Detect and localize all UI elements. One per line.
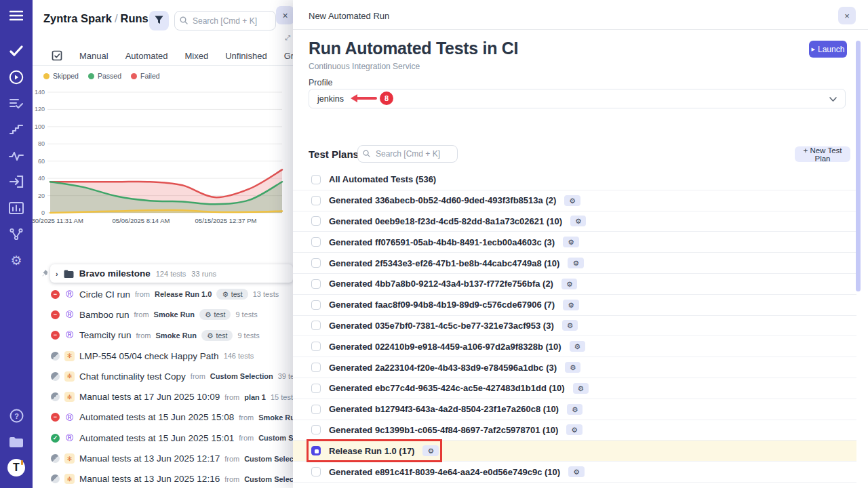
checkbox[interactable]: [311, 384, 321, 393]
plan-settings-gear-button[interactable]: ⚙: [570, 216, 586, 226]
run-title[interactable]: Manual tests at 17 Jun 2025 10:09: [79, 392, 220, 402]
run-title[interactable]: Chat functinality test Copy: [79, 371, 186, 382]
plan-settings-gear-button[interactable]: ⚙: [563, 237, 578, 247]
checkbox[interactable]: [311, 321, 321, 330]
checkbox[interactable]: [311, 216, 321, 226]
test-plan-row[interactable]: Generated faac8f09-94b8-4b19-89d9-c576cd…: [293, 295, 856, 316]
runs-list-icon[interactable]: [0, 94, 33, 114]
test-tag-badge[interactable]: ⚙test: [201, 330, 233, 341]
checkbox[interactable]: [311, 279, 321, 289]
select-runs-icon[interactable]: [52, 50, 62, 61]
gear-icon[interactable]: ⚙: [0, 250, 33, 270]
run-row[interactable]: −®Circle CI runfromRelease Run 1.0⚙test1…: [33, 284, 293, 304]
legend-passed[interactable]: Passed: [88, 72, 121, 80]
plan-settings-gear-button[interactable]: ⚙: [568, 466, 584, 477]
checkbox[interactable]: [311, 425, 321, 434]
checkbox[interactable]: [311, 237, 321, 247]
plan-settings-gear-button[interactable]: ⚙: [565, 362, 580, 373]
checkbox[interactable]: [311, 196, 321, 205]
modal-scrollbar[interactable]: [856, 41, 861, 291]
run-row[interactable]: ✻Chat functinality test CopyfromCustom S…: [33, 366, 293, 386]
test-plan-row[interactable]: Generated e891c41f-8039-4e64-aa24-e0d56e…: [293, 462, 856, 483]
pulse-icon[interactable]: [0, 146, 33, 166]
plan-settings-gear-button[interactable]: ⚙: [566, 424, 582, 435]
help-icon[interactable]: ?: [0, 405, 33, 426]
breadcrumb-section[interactable]: Runs: [120, 12, 148, 24]
tab-groups[interactable]: Groups: [284, 51, 293, 61]
tab-automated[interactable]: Automated: [125, 51, 168, 61]
plan-settings-gear-button[interactable]: ⚙: [564, 195, 580, 206]
tab-manual[interactable]: Manual: [79, 51, 108, 61]
plan-settings-gear-button[interactable]: ⚙: [567, 404, 583, 415]
run-title[interactable]: Teamcity run: [79, 330, 132, 340]
checkbox[interactable]: [311, 175, 321, 184]
menu-icon[interactable]: [0, 5, 33, 26]
expand-chevron-icon[interactable]: ›: [56, 270, 58, 278]
run-title[interactable]: Bamboo run: [79, 310, 130, 320]
test-plan-row[interactable]: Generated ebc77c4d-9635-424c-ac5e-427483…: [293, 378, 856, 399]
checkbox[interactable]: [311, 300, 321, 310]
test-plan-row[interactable]: Generated ff076591-05ab-4b4b-8491-1ecb00…: [293, 232, 856, 253]
modal-close-button[interactable]: ×: [838, 7, 856, 24]
test-plan-row[interactable]: Generated 4bb7a8b0-9212-43a4-b137-f772fe…: [293, 274, 856, 295]
run-title[interactable]: Circle CI run: [79, 289, 130, 300]
plan-settings-gear-button[interactable]: ⚙: [562, 320, 578, 331]
checkbox[interactable]: [311, 258, 321, 268]
run-title[interactable]: Manual tests at 13 Jun 2025 12:16: [79, 474, 220, 484]
milestone-row[interactable]: › Bravo milestone 124 tests 33 runs: [50, 264, 293, 283]
test-plan-row[interactable]: Generated 2a223104-f20e-4b43-83d9-e78459…: [293, 357, 856, 378]
run-title[interactable]: Automated tests at 15 Jun 2025 15:08: [79, 412, 234, 422]
run-row[interactable]: ✻LMP-554 05/04 check Happy Path146 tests: [33, 346, 293, 366]
plan-settings-gear-button[interactable]: ⚙: [568, 258, 583, 268]
import-icon[interactable]: [0, 171, 33, 192]
test-plan-row[interactable]: Generated 2f5343e3-ef26-47b1-be8b-44cabc…: [293, 253, 856, 274]
filter-button[interactable]: [149, 11, 169, 30]
tests-count: 9 tests: [237, 331, 259, 340]
test-plans-search-input[interactable]: [357, 145, 458, 163]
checkbox[interactable]: [311, 405, 321, 414]
app-logo[interactable]: T: [0, 458, 33, 478]
legend-failed[interactable]: Failed: [131, 72, 160, 80]
run-row[interactable]: ✻Manual tests at 13 Jun 2025 12:16fromCu…: [33, 469, 293, 488]
breadcrumb-project[interactable]: Zyntra Spark: [43, 12, 112, 24]
test-plan-row[interactable]: Generated 336abecb-0b52-4d60-9ded-493f3f…: [293, 190, 856, 211]
test-plan-row[interactable]: All Automated Tests (536): [293, 169, 856, 190]
tab-mixed[interactable]: Mixed: [185, 51, 209, 61]
checkbox[interactable]: [311, 342, 321, 351]
checkbox[interactable]: [311, 363, 321, 372]
plan-settings-gear-button[interactable]: ⚙: [573, 383, 589, 394]
play-circle-icon[interactable]: [0, 67, 33, 87]
run-title[interactable]: LMP-554 05/04 check Happy Path: [79, 351, 219, 361]
checkbox[interactable]: [311, 467, 321, 476]
test-plan-row[interactable]: Generated 9c1399b1-c065-4f84-8697-7af2c5…: [293, 420, 856, 441]
run-row[interactable]: ✻Manual tests at 13 Jun 2025 12:17fromCu…: [33, 448, 293, 468]
run-row[interactable]: −®Automated tests at 15 Jun 2025 15:08fr…: [33, 407, 293, 428]
run-title[interactable]: Automated tests at 15 Jun 2025 15:01: [79, 433, 234, 443]
tab-unfinished[interactable]: Unfinished: [225, 51, 267, 61]
pin-icon[interactable]: [41, 268, 49, 281]
new-test-plan-button[interactable]: + New Test Plan: [795, 146, 850, 162]
panel-close-button[interactable]: ×: [276, 6, 293, 24]
branch-icon[interactable]: [0, 224, 33, 244]
run-row[interactable]: −®Teamcity runfromSmoke Run⚙test9 tests: [33, 325, 293, 346]
check-icon[interactable]: [0, 41, 33, 61]
test-plan-row[interactable]: Generated 022410b9-e918-4459-a106-97d2a9…: [293, 336, 856, 357]
test-tag-badge[interactable]: ⚙test: [199, 309, 231, 320]
test-plan-row[interactable]: Generated 035e7bf0-7381-4c5c-be77-321e73…: [293, 316, 856, 337]
run-row[interactable]: −®Bamboo runfromSmoke Run⚙test9 tests: [33, 304, 293, 325]
runs-search-input[interactable]: [174, 11, 276, 30]
run-row[interactable]: ✻Manual tests at 17 Jun 2025 10:09frompl…: [33, 386, 293, 407]
report-chart-icon[interactable]: [0, 198, 33, 218]
test-plan-row[interactable]: Generated b12794f3-643a-4a2d-8504-23f1e7…: [293, 399, 856, 420]
plan-settings-gear-button[interactable]: ⚙: [570, 341, 585, 352]
folder-icon[interactable]: [0, 432, 33, 452]
test-tag-badge[interactable]: ⚙test: [216, 289, 248, 300]
steps-icon[interactable]: [0, 119, 33, 140]
plan-settings-gear-button[interactable]: ⚙: [561, 279, 577, 289]
legend-skipped[interactable]: Skipped: [43, 72, 79, 80]
launch-button[interactable]: ▶Launch: [809, 41, 847, 58]
test-plan-row[interactable]: Generated 0eeb9e18-f23d-4cd5-82dd-8a1a73…: [293, 211, 856, 232]
plan-settings-gear-button[interactable]: ⚙: [563, 300, 578, 310]
run-row[interactable]: ✓®Automated tests at 15 Jun 2025 15:01fr…: [33, 428, 293, 448]
run-title[interactable]: Manual tests at 13 Jun 2025 12:17: [79, 453, 220, 464]
